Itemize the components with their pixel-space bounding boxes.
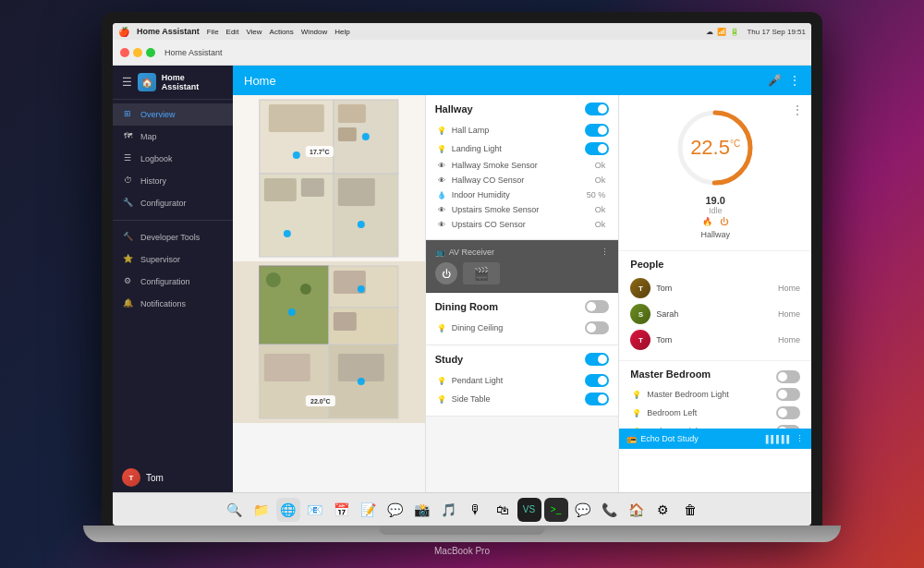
echo-dot-bar[interactable]: 📻 Echo Dot Study ▌▌▌▌▌ ⋮ [619,429,811,449]
dining-ceiling-toggle[interactable] [585,321,609,334]
sidebar-item-configurator[interactable]: 🔧 Configurator [113,192,233,214]
dock-vscode[interactable]: VS [517,498,541,522]
side-table-toggle[interactable] [585,393,609,405]
landing-light-toggle[interactable] [585,142,609,155]
hallway-main-toggle[interactable] [585,103,609,115]
minimize-button[interactable] [133,48,142,57]
sidebar-item-logbook[interactable]: ☰ Logbook [113,148,233,170]
svg-rect-4 [338,104,366,123]
svg-rect-25 [264,354,310,381]
humidity-icon: 💧 [435,191,448,199]
person-row-sarah: S Sarah Home [630,301,800,327]
svg-text:17.7°C: 17.7°C [310,149,329,155]
svg-point-21 [266,272,281,287]
sidebar-item-history[interactable]: ⏱ History [113,170,233,192]
sidebar-item-notifications-label: Notifications [140,299,186,308]
dock-discord[interactable]: 💬 [571,498,595,522]
bedroom-light-toggle[interactable] [776,388,800,401]
menubar-view[interactable]: View [246,28,261,36]
ha-logo: 🏠 [138,73,156,91]
mic-icon[interactable]: 🎤 [768,74,782,87]
svg-rect-24 [334,312,357,331]
study-title: Study [435,353,610,366]
sidebar-item-history-label: History [140,176,166,186]
configuration-icon: ⚙ [122,276,133,287]
entity-row-smoke1: 👁 Hallway Smoke Sensor Ok [435,158,610,173]
menubar-actions[interactable]: Actions [270,28,294,36]
apple-logo-icon[interactable]: 🍎 [118,27,129,37]
sidebar-app-name: Home Assistant [162,73,224,91]
av-power-button[interactable]: ⏻ [435,262,457,284]
side-table-icon: 💡 [435,395,448,404]
sidebar-item-configuration[interactable]: ⚙ Configuration [113,271,233,293]
dock-finder[interactable]: 🔍 [223,498,247,522]
right-column: ⋮ [618,95,811,492]
floorplan-top[interactable]: 17.7°C [233,95,425,261]
dock-preferences[interactable]: ⚙ [651,498,675,522]
sidebar-user[interactable]: T Tom [113,463,233,492]
dock-photos[interactable]: 📸 [410,498,434,522]
menubar-wifi-icon: 📶 [717,28,726,36]
more-options-icon[interactable]: ⋮ [789,74,800,87]
thermostat-temp-container: 22.5°C [674,106,757,189]
people-section: People T Tom Home S [619,251,811,361]
bedroom-left-toggle[interactable] [776,406,800,419]
power-icon[interactable]: ⏻ [720,217,728,226]
dock-podcasts[interactable]: 🎙 [464,498,488,522]
svg-rect-9 [269,104,324,132]
entity-row-humidity: 💧 Indoor Humidity 50 % [435,187,610,202]
floor-plan-column: 17.7°C [233,95,426,492]
menubar-edit[interactable]: Edit [226,28,239,36]
ha-titlebar: Home Assistant [113,40,811,66]
bedroom-main-toggle[interactable] [776,370,800,383]
hallway-card: Hallway 💡 Hall Lamp [426,95,619,240]
av-header: 📺 AV Receiver ⋮ [435,248,610,257]
dock-terminal[interactable]: >_ [544,498,568,522]
dock-appstore[interactable]: 🛍 [491,498,515,522]
menubar-help[interactable]: Help [334,28,349,36]
ha-page-title: Home [244,74,768,88]
sidebar-item-developer[interactable]: 🔨 Developer Tools [113,226,233,248]
sidebar-item-map[interactable]: 🗺 Map [113,126,233,148]
close-button[interactable] [120,48,129,57]
av-more-icon[interactable]: ⋮ [601,248,609,257]
dock-ha[interactable]: 🏠 [625,498,649,522]
pendant-icon: 💡 [435,377,448,385]
person-status-tom2: Home [778,335,800,344]
echo-dot-more-icon[interactable]: ⋮ [796,434,804,443]
svg-rect-26 [338,354,384,381]
sidebar-item-overview[interactable]: ⊞ Overview [113,103,233,126]
sidebar-item-map-label: Map [140,132,157,141]
sidebar-item-supervisor[interactable]: ⭐ Supervisor [113,248,233,271]
dock-app1[interactable]: 📁 [249,498,274,522]
hall-lamp-toggle[interactable] [585,124,609,137]
maximize-button[interactable] [146,48,155,57]
sidebar-item-notifications[interactable]: 🔔 Notifications [113,293,233,315]
entity-row-side-table: 💡 Side Table [435,390,610,408]
study-main-toggle[interactable] [585,353,609,366]
dock-chrome[interactable]: 🌐 [276,498,300,522]
floorplan-top-svg: 17.7°C [233,95,425,261]
thermostat-name: Hallway [700,230,730,239]
floorplan-bottom[interactable]: 22.0°C [233,261,425,423]
dock-trash[interactable]: 🗑 [678,498,702,522]
dining-main-toggle[interactable] [585,300,609,313]
dock-calendar[interactable]: 📅 [330,498,354,522]
traffic-lights[interactable] [120,48,155,57]
thermostat-menu-icon[interactable]: ⋮ [791,103,804,117]
thermostat-target: 19.0 [705,195,724,206]
dock-messages[interactable]: 💬 [383,498,407,522]
menubar-window[interactable]: Window [301,28,327,36]
echo-dot-icon: 📻 [626,434,637,443]
person-avatar-sarah: S [630,304,650,324]
dock-music[interactable]: 🎵 [437,498,461,522]
hamburger-icon[interactable]: ☰ [122,76,132,89]
dock-app2[interactable]: 📧 [303,498,327,522]
menubar-file[interactable]: File [207,28,219,36]
dock-skype[interactable]: 📞 [598,498,622,522]
pendant-toggle[interactable] [585,374,609,387]
sidebar-item-logbook-label: Logbook [140,154,173,163]
co-icon: 👁 [435,176,448,185]
dock-notes[interactable]: 📝 [357,498,381,522]
svg-point-11 [362,133,370,140]
